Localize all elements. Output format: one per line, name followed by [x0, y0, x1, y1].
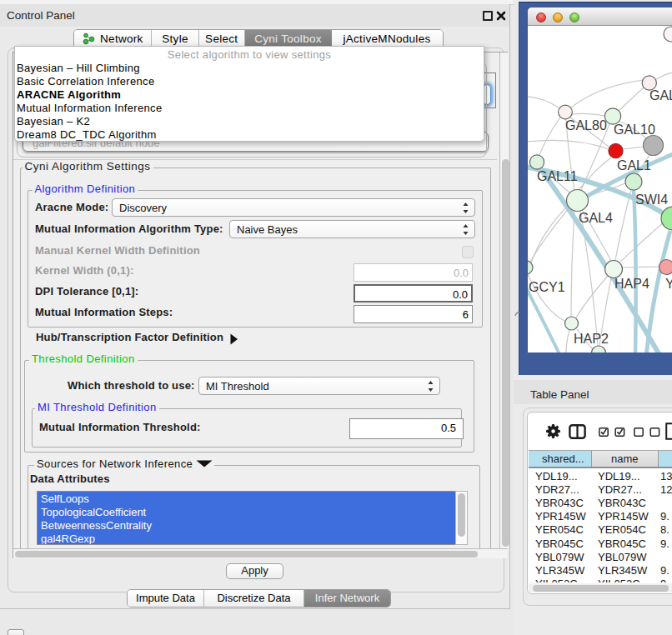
svg-text:HAP2: HAP2	[574, 332, 609, 346]
svg-text:GAL2: GAL2	[649, 88, 672, 102]
svg-text:YM: YM	[665, 277, 672, 291]
svg-text:GAL11: GAL11	[537, 169, 578, 183]
svg-text:GAL4: GAL4	[579, 211, 613, 225]
svg-text:SWI4: SWI4	[635, 192, 668, 207]
svg-text:GAL10: GAL10	[614, 122, 655, 137]
svg-text:HAP4: HAP4	[614, 277, 649, 291]
svg-text:GAL80: GAL80	[565, 118, 607, 132]
svg-text:GCY1: GCY1	[529, 280, 565, 294]
svg-text:GAL1: GAL1	[617, 158, 651, 172]
